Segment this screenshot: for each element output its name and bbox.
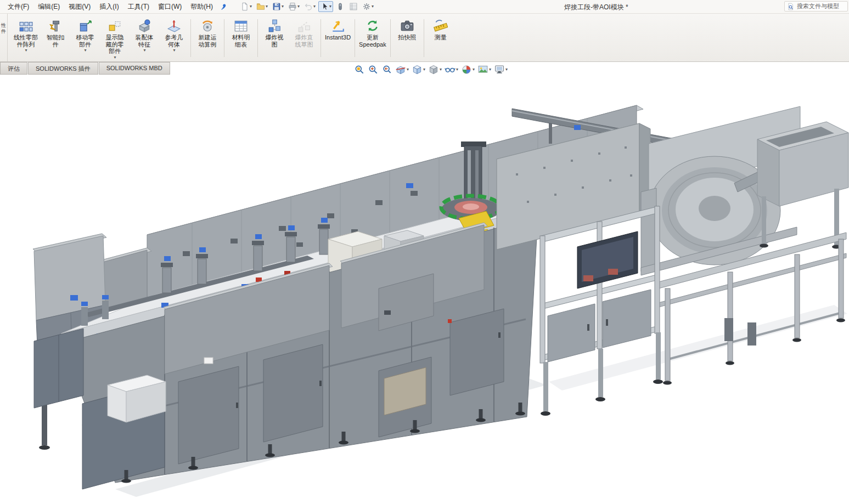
dropdown-arrow-icon: ▾ [407, 67, 409, 72]
exploded-view-icon [267, 19, 282, 33]
display-style-button[interactable]: ▾ [428, 64, 442, 76]
zoom-to-area-icon [368, 64, 379, 75]
ribbon-button-move-component[interactable]: 移动零部件▾ [70, 16, 100, 60]
ribbon-button-exploded-view[interactable]: 爆炸视图 [260, 16, 289, 60]
evaluate-list-icon [349, 2, 358, 11]
dropdown-arrow-icon: ▾ [423, 67, 425, 72]
previous-view-button[interactable] [381, 64, 393, 76]
graphics-viewport[interactable]: EKT [0, 75, 849, 504]
update-speedpak-icon [366, 19, 380, 33]
dropdown-arrow-icon: ▾ [297, 4, 300, 9]
options-button[interactable]: ▾ [361, 1, 375, 12]
ribbon-group-separator [355, 19, 355, 57]
edit-appearance-button[interactable]: ▾ [460, 64, 475, 76]
ribbon-icon-wrap [267, 18, 282, 34]
save-icon [272, 2, 281, 11]
display-style-icon [428, 64, 439, 75]
ribbon-button-show-hidden-components[interactable]: 显示隐藏的零部件▾ [100, 16, 130, 60]
ribbon-icon-wrap [200, 18, 215, 34]
ribbon-icon-wrap [137, 18, 151, 34]
ribbon-button-label: Instant3D [325, 34, 351, 41]
open-folder-icon [256, 2, 265, 11]
menu-item-view[interactable]: 视图(V) [64, 0, 95, 14]
view-orientation-button[interactable]: ▾ [411, 64, 426, 76]
dropdown-arrow-icon: ▾ [143, 48, 145, 53]
section-view-button[interactable]: ▾ [395, 64, 409, 76]
search-icon-slot [787, 3, 795, 10]
tab-solidworks-mbd[interactable]: SOLIDWORKS MBD [99, 62, 170, 75]
ribbon-button-explode-line-sketch[interactable]: 爆炸直线草图 [289, 16, 319, 60]
dropdown-arrow-icon: ▾ [329, 4, 331, 9]
dropdown-arrow-icon: ▾ [84, 48, 86, 53]
ribbon-group-separator [424, 19, 424, 57]
ribbon-button-new-motion-study[interactable]: 新建运动算例 [193, 16, 222, 60]
dropdown-arrow-icon: ▾ [250, 4, 252, 9]
ribbon-button-measure[interactable]: 测量 [426, 16, 456, 60]
measure-icon [434, 19, 448, 33]
menu-item-edit[interactable]: 编辑(E) [33, 0, 64, 14]
apply-scene-button[interactable]: ▾ [477, 64, 492, 76]
dropdown-arrow-icon: ▾ [505, 67, 508, 72]
menu-item-help[interactable]: 帮助(H) [186, 0, 217, 14]
select-button[interactable]: ▾ [318, 1, 333, 12]
ribbon-button-label: 参考几何体 [165, 34, 183, 48]
hide-show-items-icon [445, 64, 456, 75]
ribbon-button-take-snapshot[interactable]: 拍快照 [392, 16, 422, 60]
ribbon-group-separator [390, 19, 391, 57]
motion-study-icon [200, 19, 215, 33]
document-title: 焊接工段-带AOI模块 * [564, 3, 628, 12]
undo-button[interactable]: ▾ [302, 1, 317, 12]
quick-access-toolbar: ▾▾▾▾▾▾▾ [239, 1, 375, 12]
ribbon-button-update-speedpak[interactable]: 更新Speedpak [357, 16, 389, 60]
assembly-features-icon [137, 19, 151, 33]
ribbon-icon-wrap [234, 18, 248, 34]
ribbon-button-label: 拍快照 [398, 34, 416, 41]
search-box[interactable]: 搜索文件与模型 [784, 1, 848, 12]
command-manager-ribbon: 性 件 线性零部件阵列▾智能扣件移动零部件▾显示隐藏的零部件▾装配体特征▾参考几… [0, 14, 849, 62]
search-doc-icon [787, 3, 795, 10]
dropdown-arrow-icon: ▾ [114, 55, 116, 60]
ribbon-button-linear-component-pattern[interactable]: 线性零部件阵列▾ [11, 16, 41, 60]
ribbon-button-instant3d[interactable]: Instant3D [323, 16, 353, 60]
menu-item-insert[interactable]: 插入(I) [95, 0, 123, 14]
ribbon-button-bill-of-materials[interactable]: 材料明细表 [226, 16, 256, 60]
ribbon-button-reference-geometry[interactable]: 参考几何体▾ [159, 16, 189, 60]
evaluate-list-button[interactable] [347, 1, 359, 12]
dropdown-arrow-icon: ▾ [282, 4, 284, 9]
pin-menu-icon[interactable] [220, 3, 228, 11]
print-button[interactable]: ▾ [286, 1, 301, 12]
ribbon-icon-wrap [108, 18, 122, 34]
save-button[interactable]: ▾ [271, 1, 285, 12]
tab-evaluate[interactable]: 评估 [0, 62, 27, 75]
zoom-to-fit-button[interactable] [353, 64, 366, 76]
hide-show-items-button[interactable]: ▾ [444, 64, 459, 76]
clipped-label-top: 性 [0, 22, 7, 29]
open-button[interactable]: ▾ [255, 1, 269, 12]
ribbon-button-smart-fasteners[interactable]: 智能扣件 [41, 16, 70, 60]
touch-mode-button[interactable] [334, 1, 346, 12]
reference-geometry-icon [167, 19, 181, 33]
assembly-3d-model[interactable] [0, 75, 849, 504]
ribbon-button-label: 显示隐藏的零部件 [106, 34, 124, 55]
clipped-ribbon-button[interactable]: 性 件 [0, 14, 8, 61]
ribbon-button-assembly-features[interactable]: 装配体特征▾ [130, 16, 159, 60]
new-document-button[interactable]: ▾ [239, 1, 254, 12]
menu-item-window[interactable]: 窗口(W) [154, 0, 186, 14]
edit-appearance-icon [461, 64, 472, 75]
view-settings-button[interactable]: ▾ [493, 64, 508, 76]
menu-item-tools[interactable]: 工具(T) [123, 0, 154, 14]
dropdown-arrow-icon: ▾ [473, 67, 475, 72]
options-gear-icon [362, 2, 371, 11]
bom-icon [234, 19, 248, 33]
view-settings-icon [494, 64, 505, 75]
search-placeholder: 搜索文件与模型 [797, 2, 839, 10]
left-front-cabinet[interactable] [34, 329, 83, 408]
ribbon-icon-wrap [167, 18, 181, 34]
zoom-to-area-button[interactable] [367, 64, 379, 76]
menu-item-file[interactable]: 文件(F) [3, 0, 33, 14]
dropdown-arrow-icon: ▾ [173, 48, 175, 53]
show-hidden-icon [108, 19, 122, 33]
tab-solidworks-addins[interactable]: SOLIDWORKS 插件 [28, 62, 98, 75]
ribbon-button-label: 更新Speedpak [359, 34, 386, 48]
heads-up-view-toolbar: ▾▾▾▾▾▾▾ [353, 64, 508, 76]
